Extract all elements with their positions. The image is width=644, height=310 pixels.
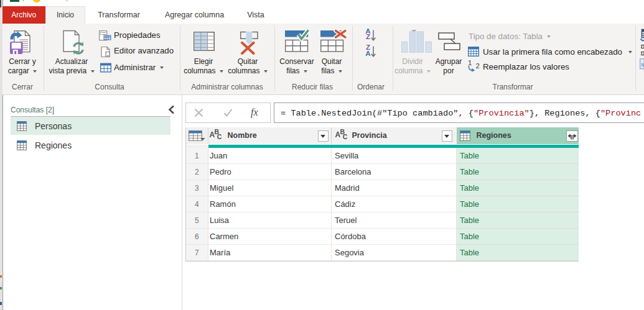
svg-text:s: s [641, 62, 644, 68]
